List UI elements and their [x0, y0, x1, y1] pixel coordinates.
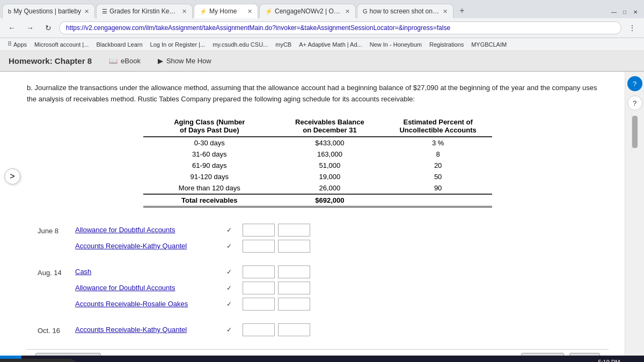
credit-cash[interactable] [278, 265, 310, 278]
credit-ar-kathy2[interactable] [278, 323, 310, 336]
check-work-button[interactable]: Check My Work [35, 353, 101, 356]
account-allowance-aug14[interactable]: Allowance for Doubtful Accounts [75, 284, 225, 292]
tab-howto[interactable]: G how to screen shot on dell lap ✕ [357, 4, 453, 18]
journal-entry-aug14: Aug. 14 Cash ✓ [38, 265, 598, 314]
tab-myhome[interactable]: ⚡ My Home ✕ [194, 4, 258, 18]
credit-allowance-june8[interactable] [278, 224, 310, 237]
debit-ar-kathy[interactable] [243, 240, 275, 253]
bm-blackboard[interactable]: Blackboard Learn [93, 40, 145, 49]
address-text: https://v2.cengagenow.com/ilm/takeAssign… [66, 24, 614, 32]
table-row: 61-90 days 51,000 20 [143, 160, 492, 171]
bm-honeybum-label: New In - Honeybum [370, 41, 422, 48]
tab-ebook[interactable]: 📖 eBook [100, 51, 149, 70]
account-cash[interactable]: Cash [75, 268, 225, 276]
debit-allowance-aug14[interactable] [243, 282, 275, 294]
bm-mycb[interactable]: myCB [272, 40, 295, 49]
tab-icon-myhome: ⚡ [200, 8, 207, 15]
credit-ar-kathy[interactable] [278, 240, 310, 253]
input-boxes-ar-kathy [243, 240, 310, 253]
bm-microsoft[interactable]: Microsoft account |... [31, 40, 92, 49]
credit-ar-rosalie[interactable] [278, 298, 310, 311]
refresh-button[interactable]: ↻ [41, 20, 56, 35]
new-tab-button[interactable]: + [455, 3, 470, 18]
bm-adaptivemath-label: A+ Adaptive Math | Ad... [299, 41, 362, 48]
debit-ar-rosalie[interactable] [243, 298, 275, 311]
bm-csudh[interactable]: my.csudh.edu CSU... [209, 40, 271, 49]
next-button[interactable]: Next [569, 353, 600, 356]
main-content: Homework: Chapter 8 📖 eBook ▶ Show Me Ho… [0, 51, 644, 356]
account-ar-kathy[interactable]: Accounts Receivable-Kathy Quantel [75, 242, 225, 250]
tab-showmehow[interactable]: ▶ Show Me How [149, 51, 220, 70]
debit-allowance-june8[interactable] [243, 224, 275, 237]
journal-lines-june8: Allowance for Doubtful Accounts ✓ Accoun… [75, 224, 598, 256]
tab-icon-bartleby: b [8, 8, 11, 14]
check-allowance-aug14: ✓ [226, 284, 232, 292]
scroll-thumb[interactable] [632, 116, 638, 148]
bm-registrations-label: Registrations [429, 41, 464, 48]
taskbar-files[interactable]: 📁 [88, 357, 107, 362]
account-allowance-june8[interactable]: Allowance for Doubtful Accounts [75, 226, 225, 234]
balance-0-30: $433,000 [276, 137, 384, 149]
check-ar-kathy: ✓ [226, 242, 232, 250]
bm-apps[interactable]: ⠿ Apps [4, 40, 30, 49]
tab-close-myhome[interactable]: ✕ [247, 8, 252, 15]
debit-ar-kathy2[interactable] [243, 323, 275, 336]
bm-adaptivemath[interactable]: A+ Adaptive Math | Ad... [296, 40, 365, 49]
back-button[interactable]: ← [4, 20, 19, 35]
tab-close-bartleby[interactable]: ✕ [84, 8, 89, 15]
taskbar-pinned-items: ⊞ ● 📁 [45, 357, 107, 362]
search-taskbar[interactable] [21, 357, 41, 362]
tab-close-cengagenow[interactable]: ✕ [345, 8, 350, 15]
tab-bartleby[interactable]: b My Questions | bartleby ✕ [2, 4, 95, 18]
bm-login-label: Log In or Register |... [150, 41, 206, 48]
taskbar-chrome[interactable]: ● [67, 357, 86, 362]
tab-close-howto[interactable]: ✕ [443, 8, 448, 15]
bm-honeybum[interactable]: New In - Honeybum [367, 40, 425, 49]
debit-cash[interactable] [243, 265, 275, 278]
input-boxes-allowance-aug14 [243, 282, 310, 294]
help-button[interactable]: ? [627, 76, 642, 91]
col-header-percent: Estimated Percent ofUncollectible Accoun… [384, 116, 492, 136]
bm-registrations[interactable]: Registrations [426, 40, 467, 49]
address-bar[interactable]: https://v2.cengagenow.com/ilm/takeAssign… [59, 21, 621, 34]
info-button[interactable]: ? [627, 95, 642, 110]
account-ar-kathy2[interactable]: Accounts Receivable-Kathy Quantel [75, 326, 225, 334]
tab-title-cengagenow: CengageNOWv2 | Online teac [275, 8, 342, 15]
tab-grades[interactable]: ☰ Grades for Kirstin Kemp: ACCT ✕ [96, 4, 193, 18]
table-row: 0-30 days $433,000 3 % [143, 137, 492, 149]
page-container: Homework: Chapter 8 📖 eBook ▶ Show Me Ho… [0, 51, 644, 356]
restore-button[interactable]: □ [620, 8, 629, 16]
scrollbar[interactable] [632, 115, 638, 149]
previous-button[interactable]: Previous [521, 353, 565, 356]
close-window-button[interactable]: ✕ [631, 8, 640, 16]
tab-icon-grades: ☰ [102, 8, 107, 15]
window-controls: — □ ✕ [608, 5, 642, 18]
tab-close-grades[interactable]: ✕ [182, 8, 187, 15]
input-boxes-ar-rosalie [243, 298, 310, 311]
extensions-button[interactable]: ⋮ [625, 20, 640, 35]
table-row: More than 120 days 26,000 90 [143, 182, 492, 194]
bm-mygbclaim[interactable]: MYGBCLAIM [468, 40, 510, 49]
tab-title-grades: Grades for Kirstin Kemp: ACCT [109, 8, 179, 15]
input-boxes-ar-kathy2 [243, 323, 310, 336]
journal-section: June 8 Allowance for Doubtful Accounts ✓ [27, 224, 609, 339]
left-nav-arrow[interactable]: > [4, 168, 20, 184]
bm-mycb-label: myCB [275, 41, 291, 48]
tab-cengagenow[interactable]: ⚡ CengageNOWv2 | Online teac ✕ [259, 4, 356, 18]
age-120plus: More than 120 days [143, 182, 276, 194]
check-ar-rosalie: ✓ [226, 300, 232, 308]
journal-entry-june8: June 8 Allowance for Doubtful Accounts ✓ [38, 224, 598, 256]
question-text: b. Journalize the transactions under the… [27, 83, 609, 105]
account-ar-rosalie[interactable]: Accounts Receivable-Rosalie Oakes [75, 300, 225, 308]
taskbar-explorer[interactable]: ⊞ [45, 357, 64, 362]
balance-120plus: 26,000 [276, 182, 384, 194]
bm-login[interactable]: Log In or Register |... [147, 40, 209, 49]
credit-allowance-aug14[interactable] [278, 282, 310, 294]
check-ar-kathy2: ✓ [226, 326, 232, 334]
age-0-30: 0-30 days [143, 137, 276, 149]
bm-apps-label: Apps [13, 41, 27, 48]
age-31-60: 31-60 days [143, 149, 276, 160]
forward-button[interactable]: → [23, 20, 38, 35]
minimize-button[interactable]: — [610, 8, 618, 16]
tab-icon-cengagenow: ⚡ [265, 8, 273, 15]
